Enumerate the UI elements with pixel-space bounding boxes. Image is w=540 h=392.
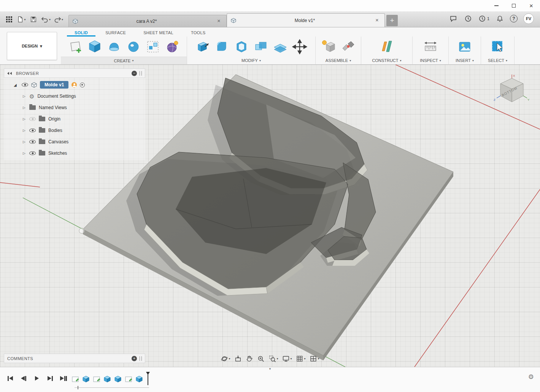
offset-face-button[interactable] [272, 38, 288, 56]
group-create-dropdown[interactable]: CREATE ▾ [61, 57, 187, 64]
look-at-button[interactable] [234, 355, 241, 362]
timeline-feature-sketch[interactable] [92, 375, 101, 384]
save-button[interactable] [29, 15, 38, 24]
construction-plane-button[interactable] [379, 38, 395, 56]
grid-snaps-button[interactable]: ▾ [296, 355, 306, 362]
file-menu-button[interactable]: ▾ [17, 15, 26, 24]
expand-arrow-icon[interactable]: ▷ [22, 106, 26, 110]
group-assemble-dropdown[interactable]: ASSEMBLE ▾ [316, 57, 361, 64]
comments-feedback-button[interactable] [449, 14, 458, 23]
timeline-feature-extrude[interactable] [103, 375, 112, 384]
expand-arrow-icon[interactable]: ▷ [22, 117, 26, 121]
timeline-zoom-slider[interactable] [75, 387, 149, 388]
collapse-arrow-icon[interactable]: ◢ [14, 83, 19, 87]
ribbon-tab-tools[interactable]: TOOLS [183, 30, 213, 37]
browser-item-sketches[interactable]: ▷Sketches [4, 148, 145, 159]
document-tab-cara-a-v2[interactable]: cara A v2* ✕ [68, 15, 227, 27]
browser-item-bodies[interactable]: ▷Bodies [4, 125, 145, 136]
document-tab-molde-v1[interactable]: Molde v1* ✕ [227, 13, 385, 27]
browser-root-item[interactable]: ◢ Molde v1 [4, 79, 145, 90]
root-component-name[interactable]: Molde v1 [40, 81, 68, 89]
display-settings-button[interactable]: ▾ [282, 355, 292, 362]
tab-close-icon[interactable]: ✕ [373, 17, 381, 23]
user-avatar[interactable]: FV [523, 13, 534, 24]
expand-arrow-icon[interactable]: ▷ [22, 140, 26, 144]
expand-arrow-icon[interactable]: ▷ [22, 151, 26, 155]
add-comment-button[interactable]: + [132, 356, 137, 361]
window-minimize-button[interactable] [488, 0, 505, 11]
panel-drag-grip[interactable] [140, 71, 142, 76]
visibility-eye-icon[interactable] [29, 151, 36, 155]
create-form-button[interactable] [164, 38, 180, 56]
browser-header[interactable]: BROWSER − [4, 68, 145, 78]
select-button[interactable] [490, 38, 506, 56]
redo-button[interactable]: ▾ [54, 15, 63, 24]
job-status-button[interactable] [464, 14, 473, 23]
view-cube[interactable]: X BOTTOM Y Z [493, 74, 531, 110]
timeline-feature-extrude[interactable] [81, 375, 91, 384]
group-insert-dropdown[interactable]: INSERT ▾ [449, 57, 481, 64]
collapse-all-button[interactable]: − [132, 71, 137, 76]
timeline-feature-sketch[interactable] [71, 375, 80, 384]
browser-item-canvases[interactable]: ▷Canvases [4, 136, 145, 148]
fit-button[interactable]: ▾ [268, 355, 278, 362]
apps-grid-button[interactable] [5, 15, 14, 24]
extrude-button[interactable] [87, 38, 103, 56]
window-close-button[interactable]: ✕ [523, 0, 540, 11]
browser-item-document-settings[interactable]: ▷⚙Document Settings [4, 90, 145, 102]
pan-button[interactable] [246, 355, 253, 362]
press-pull-button[interactable] [195, 38, 211, 56]
group-construct-dropdown[interactable]: CONSTRUCT ▾ [361, 57, 412, 64]
notification-center-button[interactable]: 1 [478, 15, 489, 22]
collapse-panel-icon[interactable] [7, 72, 13, 75]
new-component-button[interactable] [321, 38, 337, 56]
insert-image-button[interactable] [457, 38, 473, 56]
group-select-dropdown[interactable]: SELECT ▾ [481, 57, 514, 64]
measure-button[interactable] [422, 38, 438, 56]
shell-button[interactable] [233, 38, 249, 56]
help-button[interactable]: ? [510, 15, 518, 22]
orbit-button[interactable]: ▾ [221, 355, 230, 362]
expand-arrow-icon[interactable]: ▷ [22, 94, 26, 98]
timeline-feature-extrude[interactable] [135, 375, 144, 384]
visibility-eye-icon[interactable] [29, 117, 36, 121]
window-restore-button[interactable] [505, 0, 523, 11]
visibility-eye-icon[interactable] [29, 129, 36, 132]
pattern-button[interactable] [145, 38, 161, 56]
ribbon-tab-sheet-metal[interactable]: SHEET METAL [136, 30, 181, 37]
combine-button[interactable] [253, 38, 269, 56]
browser-item-origin[interactable]: ▷Origin [4, 113, 145, 125]
group-modify-dropdown[interactable]: MODIFY ▾ [187, 57, 315, 64]
activate-component-radio[interactable] [80, 83, 85, 87]
panel-drag-grip[interactable] [140, 356, 142, 361]
timeline-collapse-caret[interactable]: ▾ [269, 367, 271, 370]
timeline-settings-gear[interactable]: ⚙ [528, 373, 534, 381]
timeline-step-back-button[interactable] [19, 373, 29, 383]
viewports-button[interactable]: ▾ [310, 355, 319, 362]
zoom-button[interactable] [257, 355, 264, 362]
move-copy-button[interactable] [292, 38, 308, 56]
origin-point[interactable] [79, 228, 84, 233]
create-sketch-button[interactable] [67, 38, 83, 56]
timeline-step-forward-button[interactable] [45, 373, 55, 383]
joint-button[interactable] [340, 38, 356, 56]
ribbon-tab-surface[interactable]: SURFACE [98, 30, 133, 37]
workspace-selector[interactable]: DESIGN ▾ [7, 32, 57, 60]
expand-arrow-icon[interactable]: ▷ [22, 129, 26, 132]
timeline-begin-button[interactable] [5, 373, 15, 383]
undo-button[interactable]: ▾ [41, 15, 51, 24]
timeline-feature-sketch[interactable] [124, 375, 133, 384]
group-inspect-dropdown[interactable]: INSPECT ▾ [413, 57, 448, 64]
browser-item-named-views[interactable]: ▷Named Views [4, 102, 145, 113]
revolve-button[interactable] [106, 38, 122, 56]
timeline-play-button[interactable] [32, 373, 42, 383]
comments-header[interactable]: COMMENTS + [4, 354, 145, 363]
viewport-3d[interactable]: X BOTTOM Y Z BROWSER − ◢ [0, 65, 540, 367]
visibility-eye-icon[interactable] [22, 83, 28, 87]
sweep-button[interactable] [125, 38, 141, 56]
alerts-button[interactable] [495, 14, 504, 23]
tab-close-icon[interactable]: ✕ [215, 18, 222, 24]
timeline-feature-extrude[interactable] [113, 375, 122, 384]
visibility-eye-icon[interactable] [29, 140, 36, 144]
timeline-end-button[interactable] [59, 373, 68, 383]
